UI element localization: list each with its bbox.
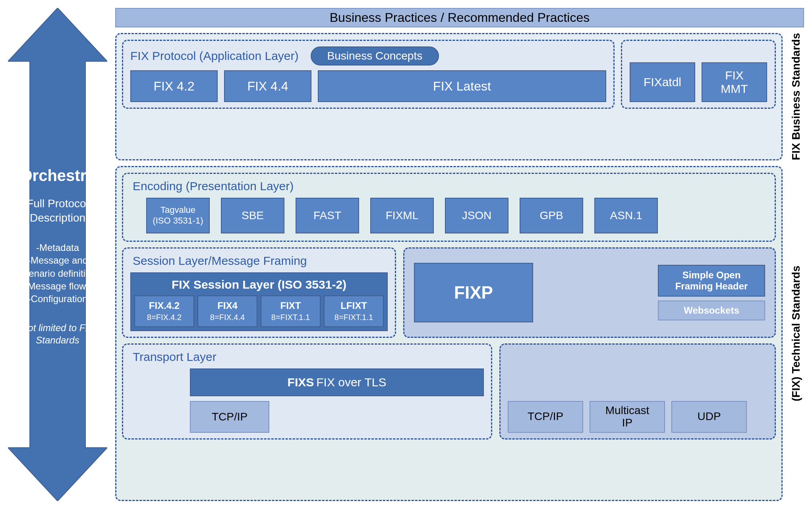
business-standards-label: FIX Business Standards [788, 33, 804, 160]
orchestra-arrow: Orchestra Full Protocol Description -Met… [8, 8, 107, 501]
business-standards-text: FIX Business Standards [790, 33, 802, 160]
top-band-business-practices: Business Practices / Recommended Practic… [115, 8, 804, 27]
session-fix42-t: FIX.4.2 [149, 300, 180, 312]
session-lfixt-s: 8=FIXT.1.1 [334, 312, 373, 322]
orchestra-title: Orchestra [19, 167, 96, 185]
orchestra-bullet: -Metadata [19, 241, 96, 254]
fast-box: FAST [296, 198, 359, 233]
asn1-box: ASN.1 [594, 198, 658, 233]
transport-wrapper: Transport Layer FIXS FIX over TLS TCP/IP… [122, 343, 776, 440]
orchestra-tagline: Full Protocol Description [19, 197, 96, 226]
business-standards-panel: FIX Protocol (Application Layer) Busines… [115, 33, 783, 160]
fixp-box: FIXP [414, 263, 533, 322]
fixatdl-box: FIXatdl [630, 62, 695, 102]
session-panel-right: FIXP Simple Open Framing Header Websocke… [403, 247, 776, 338]
orchestra-bullet: -Message and scenario definition [19, 254, 96, 280]
orchestra-bullet: -Configuration [19, 293, 96, 305]
session-wrapper: Session Layer/Message Framing FIX Sessio… [122, 247, 776, 338]
session-fix42: FIX.4.2 8=FIX.4.2 [134, 295, 194, 327]
tagvalue-box: Tagvalue (ISO 3531-1) [146, 198, 210, 233]
fix-mmt-box: FIX MMT [702, 62, 767, 102]
orchestra-bullet: -Message flows [19, 280, 96, 293]
session-lfixt-t: LFIXT [340, 300, 367, 312]
session-fix42-s: 8=FIX.4.2 [147, 312, 182, 322]
session-fix4-t: FIX4 [217, 300, 238, 312]
fixs-box: FIXS FIX over TLS [190, 368, 484, 396]
multicast-ip-box: Multicast IP [590, 401, 665, 433]
transport-panel-right: TCP/IP Multicast IP UDP [499, 343, 776, 440]
session-fixt-t: FIXT [280, 300, 301, 312]
fix-session-layer-title: FIX Session Layer (ISO 3531-2) [134, 278, 384, 291]
fix44-box: FIX 4.4 [224, 70, 311, 102]
app-layer-panel: FIX Protocol (Application Layer) Busines… [122, 40, 615, 109]
technical-standards-text: (FIX) Technical Standards [790, 266, 802, 401]
fixs-bold: FIXS [288, 376, 314, 389]
technical-standards-panel: Encoding (Presentation Layer) Tagvalue (… [115, 166, 783, 501]
session-panel-left: Session Layer/Message Framing FIX Sessio… [122, 247, 396, 338]
tcpip-right-box: TCP/IP [508, 401, 583, 433]
sbe-box: SBE [221, 198, 284, 233]
fixml-box: FIXML [370, 198, 434, 233]
tcpip-left-box: TCP/IP [190, 401, 269, 433]
json-box: JSON [445, 198, 508, 233]
session-fix4: FIX4 8=FIX.4.4 [197, 295, 257, 327]
fix-latest-box: FIX Latest [318, 70, 606, 102]
sofh-text2: Framing Header [675, 281, 748, 292]
sofh-text1: Simple Open [682, 270, 741, 281]
fix-mmt-text2: MMT [721, 82, 748, 96]
transport-panel-left: Transport Layer FIXS FIX over TLS TCP/IP [122, 343, 492, 440]
tagvalue-text2: (ISO 3531-1) [153, 216, 203, 226]
gpb-box: GPB [520, 198, 583, 233]
session-lfixt: LFIXT 8=FIXT.1.1 [324, 295, 384, 327]
udp-box: UDP [671, 401, 747, 433]
fix-mmt-text1: FIX [725, 69, 744, 83]
fix-session-layer-group: FIX Session Layer (ISO 3531-2) FIX.4.2 8… [130, 272, 388, 331]
technical-standards-label: (FIX) Technical Standards [788, 166, 804, 501]
fix42-box: FIX 4.2 [130, 70, 218, 102]
transport-title: Transport Layer [133, 350, 484, 364]
multicast-text2: IP [622, 417, 632, 429]
encoding-title: Encoding (Presentation Layer) [133, 179, 768, 193]
websockets-box: Websockets [658, 301, 765, 320]
session-title: Session Layer/Message Framing [133, 254, 388, 268]
session-fixt: FIXT 8=FIXT.1.1 [261, 295, 321, 327]
session-fix4-s: 8=FIX.4.4 [210, 312, 245, 322]
tagvalue-text1: Tagvalue [160, 205, 195, 215]
orchestra-footnote: Not limited to FIX Standards [19, 322, 96, 346]
fixs-rest: FIX over TLS [316, 376, 386, 389]
fixatdl-mmt-panel: FIXatdl FIX MMT [621, 40, 776, 109]
session-fixt-s: 8=FIXT.1.1 [271, 312, 310, 322]
app-layer-title: FIX Protocol (Application Layer) [130, 49, 299, 63]
encoding-panel: Encoding (Presentation Layer) Tagvalue (… [122, 173, 776, 242]
business-concepts-pill: Business Concepts [311, 46, 439, 66]
multicast-text1: Multicast [605, 405, 649, 417]
sofh-box: Simple Open Framing Header [658, 265, 765, 297]
